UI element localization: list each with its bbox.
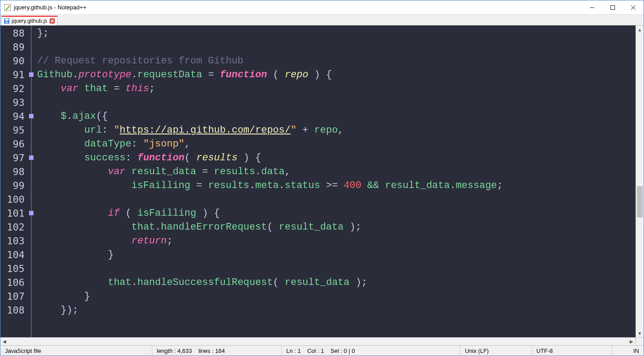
scroll-right-icon[interactable]: ▶ <box>627 338 636 345</box>
status-eol: Unix (LF) <box>460 346 532 356</box>
code-area[interactable]: }; // Request repositories from GithubGi… <box>35 25 636 337</box>
status-length: length : 4,633 lines : 164 <box>152 346 282 356</box>
fold-marker[interactable] <box>29 72 33 77</box>
window-title: jquery.github.js - Notepad++ <box>14 4 86 11</box>
tab-bar: jquery.github.js <box>0 15 644 25</box>
titlebar: jquery.github.js - Notepad++ <box>0 0 644 15</box>
scroll-down-icon[interactable]: ▼ <box>636 329 644 337</box>
maximize-button[interactable] <box>602 0 623 15</box>
close-button[interactable] <box>623 0 644 15</box>
fold-marker[interactable] <box>29 114 33 118</box>
svg-rect-6 <box>5 19 8 21</box>
app-window: jquery.github.js - Notepad++ jquery.gith… <box>0 0 644 356</box>
horizontal-scrollbar[interactable]: ◀ ▶ <box>0 337 644 345</box>
scroll-thumb[interactable] <box>637 186 643 218</box>
fold-margin[interactable] <box>27 25 35 337</box>
scroll-left-icon[interactable]: ◀ <box>0 338 8 345</box>
minimize-button[interactable] <box>582 0 602 15</box>
editor[interactable]: 88 89 90 91 92 93 94 95 96 97 98 9910010… <box>0 25 644 337</box>
file-tab[interactable]: jquery.github.js <box>1 16 58 25</box>
status-filetype: JavaScript file <box>0 346 152 356</box>
line-number-gutter: 88 89 90 91 92 93 94 95 96 97 98 9910010… <box>0 25 27 337</box>
svg-rect-2 <box>611 5 615 9</box>
fold-marker[interactable] <box>29 211 33 215</box>
status-bar: JavaScript file length : 4,633 lines : 1… <box>0 345 644 356</box>
tab-close-icon[interactable] <box>49 18 55 24</box>
tab-name: jquery.github.js <box>12 18 47 24</box>
scroll-up-icon[interactable]: ▲ <box>636 25 644 34</box>
fold-marker[interactable] <box>29 155 33 160</box>
status-position: Ln : 1 Col : 1 Sel : 0 | 0 <box>282 346 460 356</box>
app-icon <box>4 4 11 11</box>
status-encoding: UTF-8 <box>532 346 612 356</box>
save-icon <box>4 18 10 24</box>
vertical-scrollbar[interactable]: ▲ ▼ <box>636 25 644 337</box>
status-mode: IN <box>612 346 644 356</box>
svg-rect-7 <box>5 21 8 23</box>
